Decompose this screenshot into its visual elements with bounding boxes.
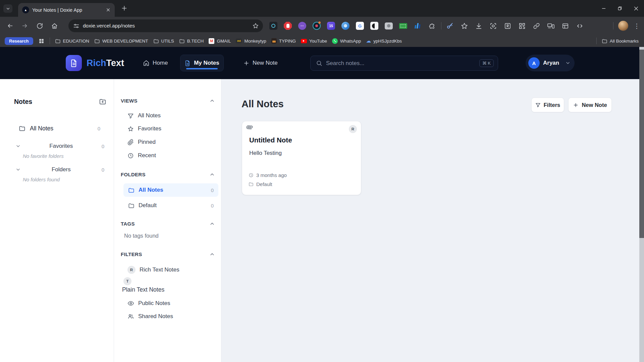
note-body-preview: Hello Testing [249, 150, 282, 157]
filter-shared-notes[interactable]: Shared Notes [114, 310, 218, 323]
plain-text-badge[interactable]: T [123, 277, 131, 285]
note-card[interactable]: R Untitled Note Hello Testing 3 months a… [242, 121, 361, 195]
new-tab-button[interactable] [121, 5, 128, 12]
view-all-notes[interactable]: All Notes [114, 109, 218, 122]
page-body: Notes All Notes 0 Favorites 0 No favorit… [0, 79, 644, 362]
bookmark-monkeytype[interactable]: mtMonkeytyp [236, 39, 266, 44]
apps-grid-icon[interactable] [38, 38, 45, 44]
browser-toolbar: doxie.vercel.app/notes ··· 15 G [0, 17, 644, 35]
page-scrollbar[interactable] [639, 47, 644, 362]
orbit-extension-icon[interactable] [312, 21, 321, 30]
filter-rich-text-notes[interactable]: R Rich Text Notes [114, 263, 218, 276]
note-timestamp: 3 months ago [249, 172, 287, 178]
folder-icon [128, 187, 135, 193]
bookmark-gmail[interactable]: MGMAIL [209, 38, 231, 44]
chevron-up-icon[interactable] [209, 251, 215, 257]
back-icon [6, 22, 14, 29]
profile-avatar[interactable] [618, 21, 628, 31]
scrollbar-thumb[interactable] [639, 50, 644, 238]
filters-sidebar: VIEWS All Notes Favorites Pinned Recent … [114, 79, 221, 362]
nav-new-note[interactable]: New Note [243, 47, 278, 79]
nav-home[interactable]: Home [143, 47, 168, 79]
back-button[interactable] [3, 19, 17, 33]
home-button[interactable] [48, 19, 61, 33]
note-title[interactable]: Untitled Note [249, 136, 292, 144]
views-section-header[interactable]: VIEWS [121, 98, 215, 104]
folders-section-header[interactable]: FOLDERS [121, 172, 215, 177]
devices-icon[interactable] [547, 22, 555, 30]
nav-my-notes[interactable]: My Notes [180, 55, 224, 71]
green-card-extension-icon[interactable] [399, 21, 408, 30]
screen-capture-lens-icon[interactable] [489, 22, 497, 30]
url-text[interactable]: doxie.vercel.app/notes [83, 23, 249, 29]
search-bar[interactable]: ⌘ K [310, 56, 498, 71]
dark-reader-extension-icon[interactable] [370, 21, 379, 30]
folder-label: All Notes [139, 187, 163, 193]
forward-icon [21, 22, 29, 29]
filters-button[interactable]: Filters [531, 98, 564, 112]
bookmark-youtube[interactable]: YouTube [301, 39, 327, 44]
bookmark-whatsapp[interactable]: WhatsApp [332, 38, 361, 44]
view-pinned[interactable]: Pinned [114, 136, 218, 148]
tab-search-button[interactable] [3, 4, 12, 13]
downloads-icon[interactable] [475, 22, 483, 30]
bookmark-star-icon[interactable] [252, 22, 259, 29]
brand-secondary: Text [106, 58, 124, 68]
bookmark-typing[interactable]: TYPING [271, 38, 296, 44]
new-note-button[interactable]: New Note [568, 98, 612, 112]
chevron-up-icon[interactable] [209, 98, 215, 104]
view-recent[interactable]: Recent [114, 149, 218, 162]
folder-item-default[interactable]: Default 0 [123, 199, 218, 212]
chevron-down-icon[interactable] [15, 143, 21, 149]
link-icon[interactable] [533, 22, 540, 30]
chevron-up-icon[interactable] [209, 221, 215, 227]
browser-tab[interactable]: ▲ Your Notes | Doxie App [18, 3, 115, 17]
react-devtools-extension-icon[interactable] [269, 21, 278, 30]
bookmark-research[interactable]: Research [5, 37, 33, 45]
sidebar-group-folders[interactable]: Folders 0 [0, 164, 114, 176]
paperclip-icon[interactable] [247, 124, 253, 130]
add-folder-button[interactable] [99, 98, 106, 105]
extensions-puzzle-icon[interactable] [428, 21, 436, 30]
google-translate-icon[interactable] [504, 22, 512, 30]
view-favorites[interactable]: Favorites [114, 122, 218, 135]
search-input[interactable] [326, 60, 476, 67]
address-bar[interactable]: doxie.vercel.app/notes [68, 19, 263, 32]
bookmark-web-development[interactable]: WEB DEVELOPMENT [94, 38, 148, 44]
qr-code-icon[interactable] [518, 22, 526, 30]
translate-extension-icon[interactable]: G [356, 21, 364, 30]
minimize-button[interactable] [596, 0, 612, 17]
filter-plain-text-notes[interactable]: Plain Text Notes [122, 286, 164, 293]
filter-public-notes[interactable]: Public Notes [114, 297, 218, 310]
sidebar-item-all-notes[interactable]: All Notes 0 [0, 121, 114, 135]
chevron-up-icon[interactable] [209, 172, 215, 177]
camera-extension-icon[interactable] [384, 21, 393, 30]
tab-table-icon[interactable] [561, 22, 569, 30]
blue-disc-extension-icon[interactable] [341, 21, 350, 30]
close-window-button[interactable] [628, 0, 644, 17]
folder-item-all-notes-selected[interactable]: All Notes 0 [123, 183, 218, 197]
forward-button[interactable] [18, 19, 32, 33]
badge-15-extension-icon[interactable]: 15 [327, 21, 335, 30]
bookmark-btech[interactable]: B.TECH [179, 38, 204, 44]
browser-menu-button[interactable]: ⋮ [634, 22, 640, 30]
stats-bars-extension-icon[interactable] [413, 21, 422, 30]
password-key-icon[interactable] [446, 22, 454, 30]
chevron-down-icon[interactable] [15, 167, 21, 172]
all-bookmarks-button[interactable]: All Bookmarks [602, 38, 639, 44]
favorites-star-icon[interactable] [461, 22, 468, 30]
richtext-logo[interactable] [66, 55, 82, 71]
tab-close-button[interactable] [106, 7, 111, 12]
dev-code-icon[interactable] [576, 22, 584, 30]
bookmark-education[interactable]: EDUCATION [55, 38, 90, 44]
bookmark-utils[interactable]: UTILS [153, 38, 174, 44]
filters-section-header[interactable]: FILTERS [121, 251, 215, 257]
user-menu[interactable]: A Aryan [526, 55, 575, 71]
reload-button[interactable] [33, 19, 46, 33]
tags-section-header[interactable]: TAGS [121, 221, 215, 227]
adblock-extension-icon[interactable] [283, 21, 292, 30]
restore-button[interactable] [612, 0, 628, 17]
violet-dots-extension-icon[interactable]: ··· [298, 21, 307, 30]
bookmark-cloud-link[interactable]: ☁ypHSJpzdKbs [366, 38, 402, 44]
sidebar-group-favorites[interactable]: Favorites 0 [0, 140, 114, 152]
